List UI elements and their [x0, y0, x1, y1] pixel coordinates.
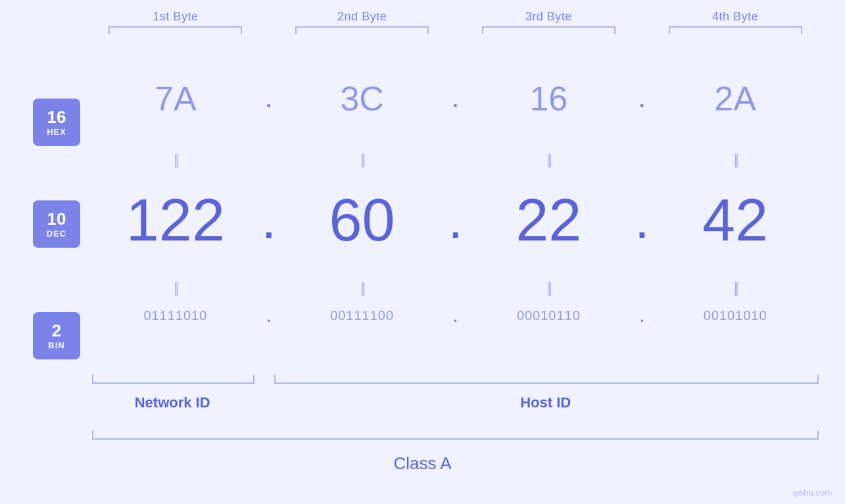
eq1-col1: || [92, 151, 259, 168]
hex-val-1: 7A [155, 79, 197, 118]
header-col-4: 4th Byte [652, 10, 819, 34]
eq2-col1: || [92, 279, 259, 296]
bin-byte3-col: 00010110 [466, 308, 633, 323]
eq2-col3: || [466, 279, 633, 296]
bin-base-num: 2 [52, 321, 61, 340]
eq1-sym-3: || [547, 151, 550, 168]
eq1-col4: || [652, 151, 819, 168]
eq1-col2: || [279, 151, 446, 168]
byte4-label: 4th Byte [712, 10, 758, 23]
bin-val-4: 00101010 [704, 308, 767, 323]
byte2-label: 2nd Byte [337, 10, 387, 23]
hex-dot-2: . [446, 88, 466, 112]
bin-base-label: BIN [48, 340, 64, 350]
dec-byte2-col: 60 [279, 191, 446, 250]
bin-byte4-col: 00101010 [652, 308, 819, 323]
byte2-bracket [295, 26, 429, 34]
hex-dot-1: . [259, 88, 279, 112]
hex-val-3: 16 [529, 79, 567, 118]
dec-base-label: DEC [47, 229, 66, 239]
bin-row: 01111010 . 00111100 . 00010110 . 0010101… [92, 306, 819, 326]
header-col-3: 3rd Byte [466, 10, 633, 34]
network-bracket [92, 375, 254, 384]
byte4-bracket [669, 26, 802, 34]
bottom-labels: Network ID Host ID [92, 394, 819, 411]
hex-dot-3: . [632, 88, 652, 112]
dec-dot-3: . [632, 194, 652, 246]
dec-byte4-col: 42 [652, 191, 819, 250]
eq1-sym-4: || [733, 151, 736, 168]
byte1-label: 1st Byte [153, 10, 198, 23]
eq1-sym-2: || [360, 151, 364, 168]
class-bracket [92, 430, 819, 440]
dec-byte1-col: 122 [92, 191, 259, 250]
hex-byte4-col: 2A [652, 79, 819, 118]
dec-val-1: 122 [126, 191, 225, 250]
bin-byte1-col: 01111010 [92, 308, 259, 323]
byte1-bracket [109, 26, 242, 34]
eq2-col4: || [652, 279, 819, 296]
hex-badge: 16 HEX [33, 99, 80, 146]
dec-row: 122 . 60 . 22 . 42 [92, 191, 819, 250]
eq2-sym-3: || [547, 279, 550, 296]
dec-byte3-col: 22 [466, 191, 633, 250]
equals-row-2: || || || || [92, 279, 819, 296]
equals-row-1: || || || || [92, 151, 819, 168]
dec-val-2: 60 [329, 191, 395, 250]
eq2-col2: || [279, 279, 446, 296]
host-bracket [274, 375, 819, 384]
bin-dot-1: . [259, 309, 279, 326]
hex-row: 7A . 3C . 16 . 2A [92, 79, 819, 118]
eq2-sym-4: || [733, 279, 736, 296]
header-row: 1st Byte 2nd Byte 3rd Byte 4th Byte [92, 10, 819, 34]
eq2-sym-1: || [174, 279, 177, 296]
watermark: ipshu.com [793, 488, 832, 497]
hex-base-num: 16 [47, 108, 66, 127]
bin-dot-3: . [632, 309, 652, 326]
bin-val-1: 01111010 [143, 308, 207, 323]
hex-base-label: HEX [47, 127, 66, 137]
eq2-sym-2: || [360, 279, 364, 296]
eq1-col3: || [466, 151, 633, 168]
host-id-label: Host ID [520, 394, 571, 411]
dec-dot-1: . [259, 194, 279, 246]
hex-byte2-col: 3C [279, 79, 446, 118]
bin-dot-2: . [446, 309, 466, 326]
bin-val-3: 00010110 [517, 308, 581, 323]
class-a-label: Class A [0, 453, 845, 474]
header-col-1: 1st Byte [92, 10, 259, 34]
hex-byte1-col: 7A [92, 79, 259, 118]
hex-val-2: 3C [340, 79, 383, 118]
network-id-label: Network ID [135, 394, 210, 411]
dec-val-4: 42 [702, 191, 768, 250]
hex-val-4: 2A [714, 79, 756, 118]
host-label-wrap: Host ID [272, 394, 819, 411]
dec-base-num: 10 [47, 210, 66, 229]
main-container: 1st Byte 2nd Byte 3rd Byte 4th Byte 16 H… [0, 0, 845, 504]
hex-byte3-col: 16 [466, 79, 633, 118]
byte3-bracket [482, 26, 616, 34]
bracket-label-spacer [253, 394, 272, 411]
eq1-sym-1: || [174, 151, 177, 168]
dec-badge: 10 DEC [33, 200, 80, 248]
bin-byte2-col: 00111100 [279, 308, 446, 323]
dec-val-3: 22 [516, 191, 581, 250]
byte3-label: 3rd Byte [525, 10, 572, 23]
network-label-wrap: Network ID [92, 394, 253, 411]
header-col-2: 2nd Byte [279, 10, 446, 34]
bin-val-2: 00111100 [330, 308, 394, 323]
dec-dot-2: . [446, 194, 466, 246]
bin-badge: 2 BIN [33, 312, 80, 359]
bottom-brackets [92, 375, 819, 384]
